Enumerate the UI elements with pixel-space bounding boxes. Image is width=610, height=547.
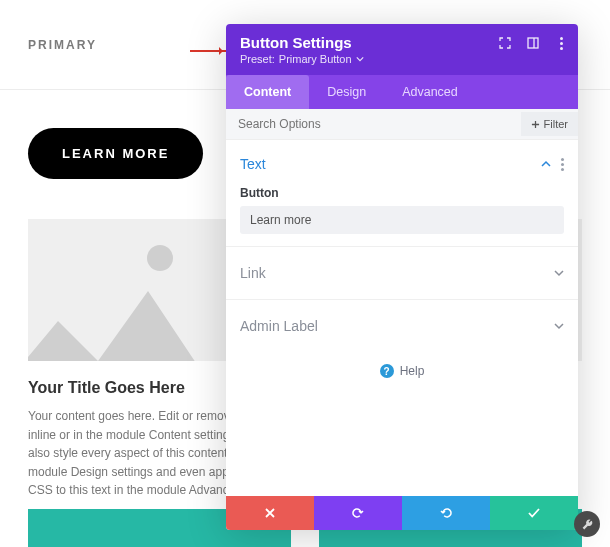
- chevron-down-icon: [554, 321, 564, 331]
- undo-button[interactable]: [314, 496, 402, 530]
- tab-advanced[interactable]: Advanced: [384, 75, 476, 109]
- wrench-icon: [581, 518, 594, 531]
- nav-item-primary[interactable]: PRIMARY: [28, 38, 97, 52]
- field-label-button: Button: [240, 186, 564, 200]
- panel-tabs: Content Design Advanced: [226, 75, 578, 109]
- help-icon: ?: [380, 364, 394, 378]
- preset-label: Preset:: [240, 53, 275, 65]
- filter-button[interactable]: Filter: [521, 112, 578, 136]
- panel-body: Text Button Link Admin Label ? Help: [226, 140, 578, 496]
- divider: [226, 299, 578, 300]
- help-label: Help: [400, 364, 425, 378]
- divider: [226, 246, 578, 247]
- plus-icon: [531, 120, 540, 129]
- help-link[interactable]: ? Help: [240, 364, 564, 378]
- panel-header[interactable]: Button Settings Preset: Primary Button: [226, 24, 578, 75]
- settings-panel: Button Settings Preset: Primary Button C…: [226, 24, 578, 530]
- section-label: Admin Label: [240, 318, 318, 334]
- cancel-button[interactable]: [226, 496, 314, 530]
- button-text-input[interactable]: [240, 206, 564, 234]
- chevron-down-icon: [554, 268, 564, 278]
- tab-content[interactable]: Content: [226, 75, 309, 109]
- panel-search-row: Filter: [226, 109, 578, 140]
- preset-value: Primary Button: [279, 53, 352, 65]
- section-label: Text: [240, 156, 266, 172]
- save-button[interactable]: [490, 496, 578, 530]
- tab-design[interactable]: Design: [309, 75, 384, 109]
- learn-more-button[interactable]: LEARN MORE: [28, 128, 203, 179]
- chevron-down-icon: [356, 55, 364, 63]
- kebab-menu-icon[interactable]: [554, 36, 568, 50]
- annotation-arrow: [190, 50, 226, 52]
- chevron-up-icon: [541, 159, 551, 169]
- panel-footer: [226, 496, 578, 530]
- expand-icon[interactable]: [498, 36, 512, 50]
- floating-settings-button[interactable]: [574, 511, 600, 537]
- section-link[interactable]: Link: [240, 259, 564, 287]
- section-admin-label[interactable]: Admin Label: [240, 312, 564, 340]
- svg-marker-0: [28, 291, 208, 361]
- snap-icon[interactable]: [526, 36, 540, 50]
- redo-button[interactable]: [402, 496, 490, 530]
- panel-preset[interactable]: Preset: Primary Button: [240, 53, 564, 65]
- kebab-menu-icon[interactable]: [561, 158, 564, 171]
- filter-label: Filter: [544, 118, 568, 130]
- svg-rect-2: [528, 38, 538, 48]
- search-input[interactable]: [226, 109, 521, 139]
- section-label: Link: [240, 265, 266, 281]
- section-text[interactable]: Text: [240, 150, 564, 178]
